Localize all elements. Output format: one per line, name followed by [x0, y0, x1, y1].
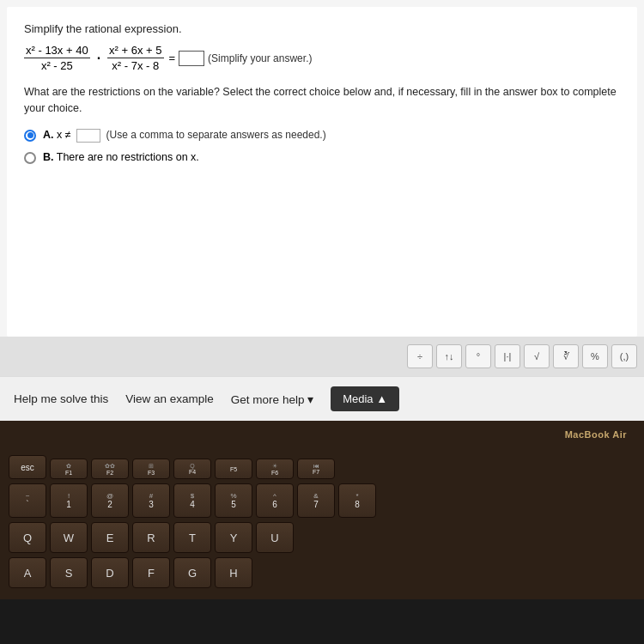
media-button[interactable]: Media ▲ [331, 386, 399, 411]
key-esc[interactable]: esc [9, 455, 46, 479]
key-f3[interactable]: ⊞F3 [132, 459, 170, 479]
choice-a-label: A. [43, 129, 54, 141]
key-tilde[interactable]: ~` [9, 483, 46, 518]
tool-btn-degree[interactable]: ° [465, 344, 491, 368]
key-f2[interactable]: ✿✿F2 [91, 459, 129, 479]
content-area: Simplify the rational expression. x² - 1… [0, 0, 644, 421]
fraction-1: x² - 13x + 40 x² - 25 [24, 44, 90, 72]
tool-btn-percent[interactable]: % [582, 344, 608, 368]
choice-a-prefix: x ≠ [57, 129, 74, 141]
key-8[interactable]: *8 [338, 483, 376, 518]
tool-btn-fraction[interactable]: ÷ [407, 344, 433, 368]
key-1[interactable]: !1 [50, 483, 88, 518]
key-f7[interactable]: ⏮F7 [297, 459, 335, 479]
key-3[interactable]: #3 [132, 483, 170, 518]
num-row: ~` !1 @2 #3 $4 %5 ^6 &7 *8 [9, 483, 635, 518]
key-5[interactable]: %5 [215, 483, 252, 518]
equals-sign: = [169, 52, 176, 64]
choice-a-note: (Use a comma to separate answers as need… [106, 129, 326, 141]
action-bar: Help me solve this View an example Get m… [0, 376, 644, 421]
key-w[interactable]: W [50, 522, 88, 553]
simplify-note: (Simplify your answer.) [208, 52, 312, 64]
fn-row: esc ✿F1 ✿✿F2 ⊞F3 QF4 F5 ☀F6 ⏮F7 [9, 455, 635, 479]
key-r[interactable]: R [132, 522, 170, 553]
key-7[interactable]: &7 [297, 483, 335, 518]
key-f5[interactable]: F5 [215, 459, 252, 479]
view-example-link[interactable]: View an example [125, 392, 214, 405]
choice-a[interactable]: A. x ≠ (Use a comma to separate answers … [24, 129, 620, 143]
tool-btn-abs[interactable]: |·| [495, 344, 520, 368]
tool-btn-paren[interactable]: (,) [611, 344, 637, 368]
get-more-help-link[interactable]: Get more help ▾ [231, 392, 313, 406]
question-text: What are the restrictions on the variabl… [24, 84, 620, 117]
equation-area: x² - 13x + 40 x² - 25 · x² + 6x + 5 x² -… [24, 44, 620, 72]
equals-part: = (Simplify your answer.) [169, 51, 313, 66]
qwerty-row: Q W E R T Y U [9, 522, 635, 553]
keyboard: esc ✿F1 ✿✿F2 ⊞F3 QF4 F5 ☀F6 ⏮F7 ~` !1 @2… [0, 429, 644, 588]
key-d[interactable]: D [91, 557, 129, 588]
paper: Simplify the rational expression. x² - 1… [7, 7, 637, 337]
fraction-2-numerator: x² + 6x + 5 [107, 44, 163, 58]
key-t[interactable]: T [173, 522, 211, 553]
tool-btn-cbrt[interactable]: ∛ [553, 344, 579, 368]
tool-btn-sqrt[interactable]: √ [524, 344, 550, 368]
key-y[interactable]: Y [215, 522, 252, 553]
toolbar-strip: ÷ ↑↓ ° |·| √ ∛ % (,) [0, 337, 644, 376]
key-q[interactable]: Q [9, 522, 46, 553]
key-2[interactable]: @2 [91, 483, 129, 518]
key-4[interactable]: $4 [173, 483, 211, 518]
simplify-label: Simplify the rational expression. [24, 22, 620, 35]
key-6[interactable]: ^6 [256, 483, 294, 518]
key-a[interactable]: A [9, 557, 46, 588]
key-f[interactable]: F [132, 557, 170, 588]
key-f6[interactable]: ☀F6 [256, 459, 294, 479]
fraction-2: x² + 6x + 5 x² - 7x - 8 [107, 44, 163, 72]
radio-b[interactable] [24, 152, 36, 164]
asdf-row: A S D F G H [9, 557, 635, 588]
key-e[interactable]: E [91, 522, 129, 553]
choice-b-text: There are no restrictions on x. [57, 151, 199, 163]
macbook-label: MacBook Air [565, 429, 627, 440]
result-box[interactable] [179, 51, 204, 66]
key-f4[interactable]: QF4 [173, 459, 211, 479]
key-g[interactable]: G [173, 557, 211, 588]
fraction-2-denominator: x² - 7x - 8 [110, 58, 161, 72]
choice-b-label: B. [43, 151, 54, 163]
answer-box-a[interactable] [76, 129, 100, 143]
fraction-1-numerator: x² - 13x + 40 [24, 44, 90, 58]
fraction-1-denominator: x² - 25 [39, 58, 75, 72]
key-u[interactable]: U [256, 522, 294, 553]
help-solve-link[interactable]: Help me solve this [14, 392, 108, 405]
radio-a[interactable] [24, 130, 36, 142]
choices: A. x ≠ (Use a comma to separate answers … [24, 129, 620, 164]
key-h[interactable]: H [215, 557, 252, 588]
keyboard-area: MacBook Air esc ✿F1 ✿✿F2 ⊞F3 QF4 F5 ☀F6 … [0, 421, 644, 599]
tool-btn-arrows[interactable]: ↑↓ [436, 344, 462, 368]
key-s[interactable]: S [50, 557, 88, 588]
key-f1[interactable]: ✿F1 [50, 459, 88, 479]
choice-b-content: B. There are no restrictions on x. [43, 151, 199, 163]
multiply-dot: · [97, 51, 100, 66]
choice-b[interactable]: B. There are no restrictions on x. [24, 151, 620, 164]
choice-a-content: A. x ≠ (Use a comma to separate answers … [43, 129, 326, 143]
